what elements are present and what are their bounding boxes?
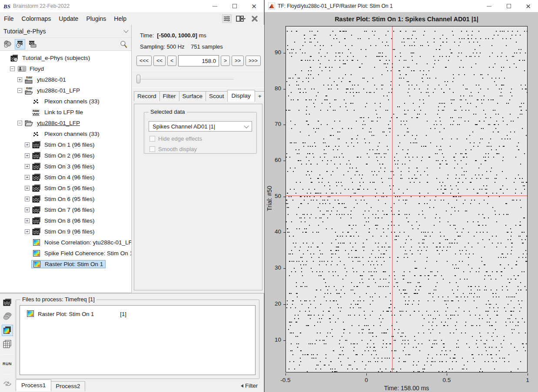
expand-icon[interactable]: + xyxy=(17,77,22,82)
time-next-page-button[interactable]: >> xyxy=(232,56,244,66)
raster-plot-canvas[interactable] xyxy=(286,26,527,372)
tree-item[interactable]: Plexon channels (33) xyxy=(0,128,131,139)
expand-icon[interactable]: + xyxy=(25,175,30,180)
tree-item[interactable]: +Stim On 2 (96 files) xyxy=(0,150,131,161)
tab-scout[interactable]: Scout xyxy=(206,91,228,101)
expand-icon[interactable]: + xyxy=(25,229,30,234)
tree-item[interactable]: +Stim On 6 (95 files) xyxy=(0,194,131,204)
time-prev-page-button[interactable]: << xyxy=(153,56,166,66)
tab-surface[interactable]: Surface xyxy=(179,91,206,101)
filter-toggle[interactable]: Filter xyxy=(241,382,258,389)
collapse-icon[interactable]: − xyxy=(10,66,15,71)
menu-bar: File Colormaps Update Plugins Help xyxy=(0,12,264,25)
tree-item[interactable]: +RAWytu288c-01 xyxy=(0,74,131,85)
tab-add[interactable]: + xyxy=(255,91,265,101)
y-tick xyxy=(283,304,286,305)
time-first-button[interactable]: <<< xyxy=(136,56,152,66)
tree-item[interactable]: +Stim On 8 (96 files) xyxy=(0,215,131,226)
process-timefreq-icon[interactable] xyxy=(2,325,13,336)
tree-item[interactable]: +Stim On 3 (96 files) xyxy=(0,161,131,172)
tree-item[interactable]: Spike Field Coherence: Stim On 1 xyxy=(0,248,131,259)
menu-update[interactable]: Update xyxy=(55,13,82,24)
protocol-selector[interactable]: Tutorial_e-Phys xyxy=(0,25,131,38)
reload-icon[interactable] xyxy=(2,378,13,389)
time-navigation: <<< << < 158.0 > >> >>> xyxy=(132,53,264,70)
expand-icon[interactable]: + xyxy=(25,208,30,212)
search-icon[interactable] xyxy=(118,39,129,49)
menu-colormaps[interactable]: Colormaps xyxy=(18,13,55,24)
raster-figure-window: TF: Floyd/ytu288c-01_LFP/Raster Plot: St… xyxy=(264,0,538,392)
tab-process2[interactable]: Process2 xyxy=(51,381,85,391)
tree-item-label: Plexon channels (33) xyxy=(43,130,101,138)
tree-item[interactable]: Noise Correlation: ytu288c-01_LFP xyxy=(0,237,131,248)
matrix-stack-icon xyxy=(32,217,41,224)
selected-data-combobox[interactable]: Spikes Channel AD01 |1| xyxy=(149,121,252,132)
expand-icon[interactable]: + xyxy=(25,197,30,201)
time-next-button[interactable]: > xyxy=(221,56,230,66)
time-prev-button[interactable]: < xyxy=(167,56,176,66)
time-last-button[interactable]: >>> xyxy=(246,56,261,66)
tab-display[interactable]: Display xyxy=(227,90,255,102)
window-layout-icon[interactable] xyxy=(236,14,246,23)
maximize-button[interactable] xyxy=(499,0,518,12)
tree-item[interactable]: +Stim On 1 (96 files) xyxy=(0,139,131,150)
expand-icon[interactable]: + xyxy=(25,186,30,191)
hide-edge-effects-checkbox[interactable] xyxy=(149,136,155,142)
expand-icon[interactable]: + xyxy=(25,218,30,223)
raster-plot[interactable] xyxy=(286,26,528,372)
tree-item[interactable]: +Stim On 9 (96 files) xyxy=(0,226,131,237)
sampling-rate: Sampling: 500 Hz xyxy=(140,43,185,50)
process-recordings-icon[interactable] xyxy=(2,297,13,308)
tab-process1[interactable]: Process1 xyxy=(16,379,51,391)
raw-link-icon: RAW xyxy=(32,109,41,116)
tree-item[interactable]: −ytu288c-01_LFP xyxy=(0,118,131,128)
minimize-button[interactable] xyxy=(205,0,225,12)
y-tick-label: 70 xyxy=(275,121,281,127)
time-slider[interactable] xyxy=(132,70,264,88)
menu-help[interactable]: Help xyxy=(110,13,130,24)
menu-plugins[interactable]: Plugins xyxy=(82,13,110,24)
tree-item[interactable]: +Stim On 5 (96 files) xyxy=(0,183,131,194)
edit-preferences-icon[interactable] xyxy=(222,14,232,23)
expand-icon[interactable]: + xyxy=(25,164,30,169)
y-axis-label: Trial: #50 xyxy=(266,186,273,211)
tree-item[interactable]: Tutorial_e-Phys (subjects) xyxy=(0,53,131,63)
functional-subject-view-button[interactable] xyxy=(27,39,37,49)
tree-item[interactable]: +Stim On 7 (96 files) xyxy=(0,204,131,215)
anatomy-view-button[interactable] xyxy=(3,39,13,49)
run-button[interactable]: RUN xyxy=(2,358,13,369)
functional-view-button[interactable] xyxy=(15,39,25,49)
close-button[interactable]: ✕ xyxy=(244,0,264,12)
raw-folder-closed-icon: RAW xyxy=(25,76,33,83)
tree-item[interactable]: −RAWytu288c-01_LFP xyxy=(0,85,131,96)
process-sources-icon[interactable] xyxy=(2,311,13,322)
process-file-item[interactable]: Raster Plot: Stim On 1[1] xyxy=(26,309,255,319)
selected-data-value: Spikes Channel AD01 |1| xyxy=(153,123,215,130)
tree-item[interactable]: Raster Plot: Stim On 1 xyxy=(0,259,131,270)
tree-item[interactable]: Plexon channels (33) xyxy=(0,96,131,107)
plot-title: Raster Plot: Stim On 1: Spikes Channel A… xyxy=(286,16,528,23)
tab-filter[interactable]: Filter xyxy=(159,91,179,101)
minimize-button[interactable] xyxy=(479,0,499,12)
close-all-figures-icon[interactable] xyxy=(250,14,259,23)
tree-item[interactable]: RAWLink to LFP file xyxy=(0,107,131,118)
tree-item[interactable]: −Floyd xyxy=(0,63,131,74)
time-slider-handle[interactable] xyxy=(136,75,140,83)
time-slider-track[interactable] xyxy=(137,79,234,80)
x-tick xyxy=(286,373,286,376)
expand-icon[interactable]: + xyxy=(25,153,30,158)
tab-record[interactable]: Record xyxy=(134,91,160,101)
brainstorm-window: BS Brainstorm 22-Feb-2022 ✕ File Colorma… xyxy=(0,0,264,392)
menu-file[interactable]: File xyxy=(0,13,18,24)
maximize-button[interactable] xyxy=(225,0,244,12)
close-button[interactable]: ✕ xyxy=(518,0,538,12)
smooth-display-checkbox[interactable] xyxy=(149,146,155,152)
expand-icon[interactable]: + xyxy=(25,142,30,147)
process-matrix-icon[interactable] xyxy=(2,339,13,350)
subject-icon xyxy=(17,65,26,72)
collapse-icon[interactable]: − xyxy=(17,121,22,125)
x-tick xyxy=(366,373,367,376)
collapse-icon[interactable]: − xyxy=(17,88,22,93)
tree-item[interactable]: +Stim On 4 (96 files) xyxy=(0,172,131,183)
time-value-input[interactable]: 158.0 xyxy=(178,55,219,66)
